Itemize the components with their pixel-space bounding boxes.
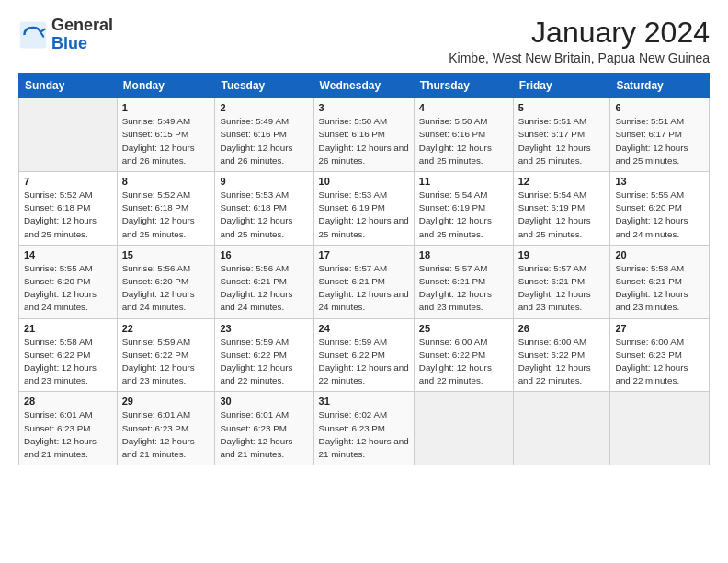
title-area: January 2024 Kimbe, West New Britain, Pa… <box>449 17 710 65</box>
sunset-text: Sunset: 6:16 PM <box>319 129 385 139</box>
sunset-text: Sunset: 6:23 PM <box>220 423 286 433</box>
daylight-text: Daylight: 12 hours and 25 minutes. <box>518 215 591 238</box>
day-number: 2 <box>220 102 308 113</box>
day-info: Sunrise: 5:52 AMSunset: 6:18 PMDaylight:… <box>122 189 210 241</box>
day-number: 14 <box>24 249 112 260</box>
header: General Blue January 2024 Kimbe, West Ne… <box>18 17 710 65</box>
day-number: 20 <box>615 249 704 260</box>
day-number: 6 <box>615 102 704 113</box>
sunset-text: Sunset: 6:23 PM <box>615 350 681 360</box>
day-info: Sunrise: 5:53 AMSunset: 6:18 PMDaylight:… <box>220 189 308 241</box>
daylight-text: Daylight: 12 hours and 23 minutes. <box>419 289 492 312</box>
sunset-text: Sunset: 6:22 PM <box>319 350 385 360</box>
daylight-text: Daylight: 12 hours and 21 minutes. <box>319 436 409 459</box>
daylight-text: Daylight: 12 hours and 21 minutes. <box>220 436 292 459</box>
calendar-cell: 22Sunrise: 5:59 AMSunset: 6:22 PMDayligh… <box>117 318 215 392</box>
sunrise-text: Sunrise: 5:55 AM <box>24 263 93 273</box>
weekday-header-monday: Monday <box>117 74 215 98</box>
calendar-cell: 12Sunrise: 5:54 AMSunset: 6:19 PMDayligh… <box>513 172 610 246</box>
calendar-cell: 4Sunrise: 5:50 AMSunset: 6:16 PMDaylight… <box>414 98 513 172</box>
week-row-4: 21Sunrise: 5:58 AMSunset: 6:22 PMDayligh… <box>19 318 710 392</box>
sunset-text: Sunset: 6:17 PM <box>615 129 681 139</box>
daylight-text: Daylight: 12 hours and 22 minutes. <box>615 362 688 385</box>
sunrise-text: Sunrise: 5:52 AM <box>122 190 191 200</box>
calendar-cell: 24Sunrise: 5:59 AMSunset: 6:22 PMDayligh… <box>313 318 414 392</box>
sunset-text: Sunset: 6:21 PM <box>220 276 286 286</box>
day-info: Sunrise: 5:55 AMSunset: 6:20 PMDaylight:… <box>615 189 704 241</box>
daylight-text: Daylight: 12 hours and 21 minutes. <box>24 436 97 459</box>
day-info: Sunrise: 5:57 AMSunset: 6:21 PMDaylight:… <box>518 262 606 315</box>
sunrise-text: Sunrise: 6:01 AM <box>122 409 191 419</box>
calendar-cell: 31Sunrise: 6:02 AMSunset: 6:23 PMDayligh… <box>313 392 414 465</box>
day-number: 31 <box>319 396 409 407</box>
calendar-cell: 25Sunrise: 6:00 AMSunset: 6:22 PMDayligh… <box>414 318 513 392</box>
daylight-text: Daylight: 12 hours and 22 minutes. <box>518 362 591 385</box>
day-number: 19 <box>518 249 606 260</box>
day-info: Sunrise: 5:57 AMSunset: 6:21 PMDaylight:… <box>319 262 409 315</box>
sunrise-text: Sunrise: 5:54 AM <box>419 190 488 200</box>
day-number: 5 <box>518 102 606 113</box>
day-number: 21 <box>24 323 112 334</box>
location: Kimbe, West New Britain, Papua New Guine… <box>449 51 710 65</box>
sunrise-text: Sunrise: 5:55 AM <box>615 190 684 200</box>
calendar-cell <box>19 98 118 172</box>
day-number: 25 <box>419 323 508 334</box>
sunset-text: Sunset: 6:22 PM <box>419 350 485 360</box>
sunset-text: Sunset: 6:19 PM <box>319 202 385 213</box>
calendar-cell: 7Sunrise: 5:52 AMSunset: 6:18 PMDaylight… <box>19 172 118 246</box>
day-info: Sunrise: 5:55 AMSunset: 6:20 PMDaylight:… <box>24 262 112 315</box>
daylight-text: Daylight: 12 hours and 23 minutes. <box>518 289 591 312</box>
daylight-text: Daylight: 12 hours and 24 minutes. <box>319 289 409 312</box>
calendar-cell: 1Sunrise: 5:49 AMSunset: 6:15 PMDaylight… <box>117 98 215 172</box>
day-info: Sunrise: 6:01 AMSunset: 6:23 PMDaylight:… <box>122 408 210 461</box>
calendar-page: General Blue January 2024 Kimbe, West Ne… <box>0 0 728 477</box>
calendar-cell: 21Sunrise: 5:58 AMSunset: 6:22 PMDayligh… <box>19 318 118 392</box>
calendar-cell: 20Sunrise: 5:58 AMSunset: 6:21 PMDayligh… <box>610 245 710 318</box>
day-info: Sunrise: 5:58 AMSunset: 6:21 PMDaylight:… <box>615 262 704 315</box>
sunrise-text: Sunrise: 6:00 AM <box>518 337 587 347</box>
day-number: 22 <box>122 323 210 334</box>
calendar-table: SundayMondayTuesdayWednesdayThursdayFrid… <box>18 73 710 465</box>
sunset-text: Sunset: 6:20 PM <box>615 202 681 213</box>
day-info: Sunrise: 5:59 AMSunset: 6:22 PMDaylight:… <box>319 336 409 388</box>
sunrise-text: Sunrise: 5:50 AM <box>419 116 488 126</box>
sunrise-text: Sunrise: 6:01 AM <box>220 409 289 419</box>
calendar-cell: 15Sunrise: 5:56 AMSunset: 6:20 PMDayligh… <box>117 245 215 318</box>
weekday-header-saturday: Saturday <box>610 74 710 98</box>
sunrise-text: Sunrise: 5:58 AM <box>615 263 684 273</box>
day-info: Sunrise: 5:57 AMSunset: 6:21 PMDaylight:… <box>419 262 508 315</box>
sunrise-text: Sunrise: 5:52 AM <box>24 190 93 200</box>
sunrise-text: Sunrise: 6:00 AM <box>419 337 488 347</box>
calendar-cell <box>414 392 513 465</box>
month-title: January 2024 <box>449 17 710 49</box>
sunrise-text: Sunrise: 5:57 AM <box>419 263 488 273</box>
calendar-cell: 19Sunrise: 5:57 AMSunset: 6:21 PMDayligh… <box>513 245 610 318</box>
day-number: 23 <box>220 323 308 334</box>
daylight-text: Daylight: 12 hours and 24 minutes. <box>615 215 688 238</box>
day-number: 7 <box>24 176 112 187</box>
weekday-header-sunday: Sunday <box>19 74 118 98</box>
sunrise-text: Sunrise: 5:56 AM <box>122 263 191 273</box>
weekday-header-tuesday: Tuesday <box>215 74 313 98</box>
day-number: 28 <box>24 396 112 407</box>
day-number: 27 <box>615 323 704 334</box>
day-number: 11 <box>419 176 508 187</box>
calendar-cell: 6Sunrise: 5:51 AMSunset: 6:17 PMDaylight… <box>610 98 710 172</box>
daylight-text: Daylight: 12 hours and 22 minutes. <box>419 362 492 385</box>
sunrise-text: Sunrise: 5:51 AM <box>615 116 684 126</box>
sunset-text: Sunset: 6:23 PM <box>122 423 188 433</box>
day-info: Sunrise: 5:58 AMSunset: 6:22 PMDaylight:… <box>24 336 112 388</box>
daylight-text: Daylight: 12 hours and 25 minutes. <box>518 143 591 166</box>
calendar-cell: 9Sunrise: 5:53 AMSunset: 6:18 PMDaylight… <box>215 172 313 246</box>
day-info: Sunrise: 5:51 AMSunset: 6:17 PMDaylight:… <box>518 115 606 167</box>
weekday-header-friday: Friday <box>513 74 610 98</box>
calendar-cell: 3Sunrise: 5:50 AMSunset: 6:16 PMDaylight… <box>313 98 414 172</box>
sunrise-text: Sunrise: 5:57 AM <box>319 263 388 273</box>
day-number: 8 <box>122 176 210 187</box>
calendar-cell <box>513 392 610 465</box>
daylight-text: Daylight: 12 hours and 24 minutes. <box>24 289 97 312</box>
day-number: 4 <box>419 102 508 113</box>
calendar-cell: 14Sunrise: 5:55 AMSunset: 6:20 PMDayligh… <box>19 245 118 318</box>
sunset-text: Sunset: 6:19 PM <box>419 202 485 213</box>
calendar-cell: 8Sunrise: 5:52 AMSunset: 6:18 PMDaylight… <box>117 172 215 246</box>
